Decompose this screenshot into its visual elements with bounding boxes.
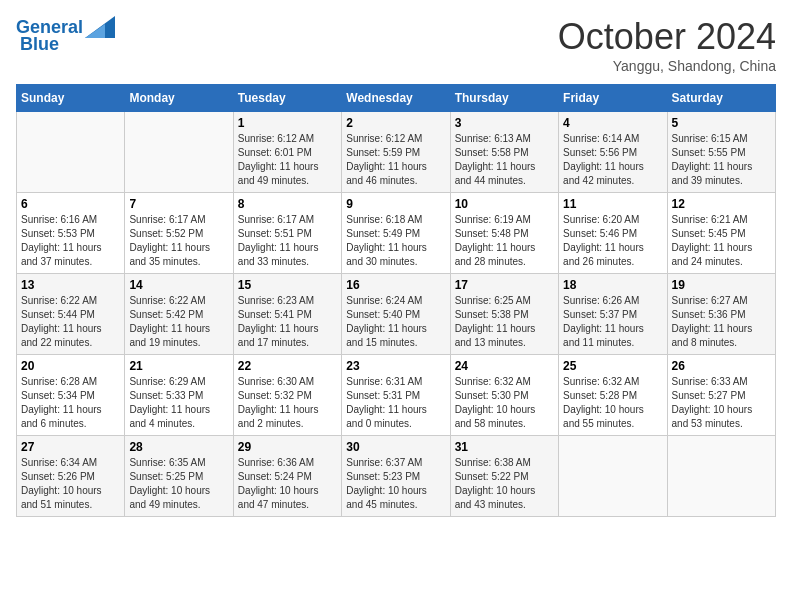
calendar-cell: 14Sunrise: 6:22 AM Sunset: 5:42 PM Dayli… [125, 274, 233, 355]
day-info: Sunrise: 6:37 AM Sunset: 5:23 PM Dayligh… [346, 456, 445, 512]
day-number: 10 [455, 197, 554, 211]
day-number: 2 [346, 116, 445, 130]
day-number: 29 [238, 440, 337, 454]
day-info: Sunrise: 6:36 AM Sunset: 5:24 PM Dayligh… [238, 456, 337, 512]
calendar-cell: 1Sunrise: 6:12 AM Sunset: 6:01 PM Daylig… [233, 112, 341, 193]
day-info: Sunrise: 6:12 AM Sunset: 6:01 PM Dayligh… [238, 132, 337, 188]
day-number: 16 [346, 278, 445, 292]
day-number: 28 [129, 440, 228, 454]
calendar-cell: 11Sunrise: 6:20 AM Sunset: 5:46 PM Dayli… [559, 193, 667, 274]
day-number: 30 [346, 440, 445, 454]
calendar-cell: 20Sunrise: 6:28 AM Sunset: 5:34 PM Dayli… [17, 355, 125, 436]
day-info: Sunrise: 6:18 AM Sunset: 5:49 PM Dayligh… [346, 213, 445, 269]
calendar-cell: 12Sunrise: 6:21 AM Sunset: 5:45 PM Dayli… [667, 193, 775, 274]
day-number: 7 [129, 197, 228, 211]
day-info: Sunrise: 6:24 AM Sunset: 5:40 PM Dayligh… [346, 294, 445, 350]
calendar-week-5: 27Sunrise: 6:34 AM Sunset: 5:26 PM Dayli… [17, 436, 776, 517]
day-number: 21 [129, 359, 228, 373]
day-number: 20 [21, 359, 120, 373]
day-number: 11 [563, 197, 662, 211]
calendar-header: SundayMondayTuesdayWednesdayThursdayFrid… [17, 85, 776, 112]
day-info: Sunrise: 6:27 AM Sunset: 5:36 PM Dayligh… [672, 294, 771, 350]
day-info: Sunrise: 6:29 AM Sunset: 5:33 PM Dayligh… [129, 375, 228, 431]
title-block: October 2024 Yanggu, Shandong, China [558, 16, 776, 74]
calendar-cell: 25Sunrise: 6:32 AM Sunset: 5:28 PM Dayli… [559, 355, 667, 436]
svg-marker-1 [85, 24, 105, 38]
header-cell-friday: Friday [559, 85, 667, 112]
day-info: Sunrise: 6:19 AM Sunset: 5:48 PM Dayligh… [455, 213, 554, 269]
header-cell-wednesday: Wednesday [342, 85, 450, 112]
day-info: Sunrise: 6:22 AM Sunset: 5:42 PM Dayligh… [129, 294, 228, 350]
calendar-cell: 29Sunrise: 6:36 AM Sunset: 5:24 PM Dayli… [233, 436, 341, 517]
header-cell-saturday: Saturday [667, 85, 775, 112]
day-info: Sunrise: 6:20 AM Sunset: 5:46 PM Dayligh… [563, 213, 662, 269]
day-info: Sunrise: 6:14 AM Sunset: 5:56 PM Dayligh… [563, 132, 662, 188]
calendar-cell [125, 112, 233, 193]
day-info: Sunrise: 6:13 AM Sunset: 5:58 PM Dayligh… [455, 132, 554, 188]
calendar-week-3: 13Sunrise: 6:22 AM Sunset: 5:44 PM Dayli… [17, 274, 776, 355]
calendar-cell: 28Sunrise: 6:35 AM Sunset: 5:25 PM Dayli… [125, 436, 233, 517]
calendar-cell: 21Sunrise: 6:29 AM Sunset: 5:33 PM Dayli… [125, 355, 233, 436]
header-row: SundayMondayTuesdayWednesdayThursdayFrid… [17, 85, 776, 112]
calendar-cell [559, 436, 667, 517]
calendar-cell: 4Sunrise: 6:14 AM Sunset: 5:56 PM Daylig… [559, 112, 667, 193]
day-number: 14 [129, 278, 228, 292]
day-info: Sunrise: 6:17 AM Sunset: 5:51 PM Dayligh… [238, 213, 337, 269]
calendar-cell [17, 112, 125, 193]
calendar-cell: 15Sunrise: 6:23 AM Sunset: 5:41 PM Dayli… [233, 274, 341, 355]
day-info: Sunrise: 6:16 AM Sunset: 5:53 PM Dayligh… [21, 213, 120, 269]
day-number: 26 [672, 359, 771, 373]
day-info: Sunrise: 6:21 AM Sunset: 5:45 PM Dayligh… [672, 213, 771, 269]
day-info: Sunrise: 6:32 AM Sunset: 5:30 PM Dayligh… [455, 375, 554, 431]
day-info: Sunrise: 6:28 AM Sunset: 5:34 PM Dayligh… [21, 375, 120, 431]
day-info: Sunrise: 6:32 AM Sunset: 5:28 PM Dayligh… [563, 375, 662, 431]
day-number: 22 [238, 359, 337, 373]
calendar-week-1: 1Sunrise: 6:12 AM Sunset: 6:01 PM Daylig… [17, 112, 776, 193]
calendar-cell: 13Sunrise: 6:22 AM Sunset: 5:44 PM Dayli… [17, 274, 125, 355]
calendar-cell: 16Sunrise: 6:24 AM Sunset: 5:40 PM Dayli… [342, 274, 450, 355]
header-cell-sunday: Sunday [17, 85, 125, 112]
day-info: Sunrise: 6:12 AM Sunset: 5:59 PM Dayligh… [346, 132, 445, 188]
calendar-cell: 9Sunrise: 6:18 AM Sunset: 5:49 PM Daylig… [342, 193, 450, 274]
calendar-cell: 8Sunrise: 6:17 AM Sunset: 5:51 PM Daylig… [233, 193, 341, 274]
calendar-cell: 31Sunrise: 6:38 AM Sunset: 5:22 PM Dayli… [450, 436, 558, 517]
calendar-cell: 23Sunrise: 6:31 AM Sunset: 5:31 PM Dayli… [342, 355, 450, 436]
calendar-cell: 19Sunrise: 6:27 AM Sunset: 5:36 PM Dayli… [667, 274, 775, 355]
logo-icon [85, 16, 115, 38]
day-number: 18 [563, 278, 662, 292]
day-info: Sunrise: 6:30 AM Sunset: 5:32 PM Dayligh… [238, 375, 337, 431]
calendar-cell: 22Sunrise: 6:30 AM Sunset: 5:32 PM Dayli… [233, 355, 341, 436]
day-number: 27 [21, 440, 120, 454]
day-number: 9 [346, 197, 445, 211]
day-info: Sunrise: 6:23 AM Sunset: 5:41 PM Dayligh… [238, 294, 337, 350]
day-number: 1 [238, 116, 337, 130]
day-info: Sunrise: 6:25 AM Sunset: 5:38 PM Dayligh… [455, 294, 554, 350]
day-number: 24 [455, 359, 554, 373]
calendar-cell: 18Sunrise: 6:26 AM Sunset: 5:37 PM Dayli… [559, 274, 667, 355]
location-subtitle: Yanggu, Shandong, China [558, 58, 776, 74]
calendar-body: 1Sunrise: 6:12 AM Sunset: 6:01 PM Daylig… [17, 112, 776, 517]
day-number: 5 [672, 116, 771, 130]
day-info: Sunrise: 6:33 AM Sunset: 5:27 PM Dayligh… [672, 375, 771, 431]
day-info: Sunrise: 6:17 AM Sunset: 5:52 PM Dayligh… [129, 213, 228, 269]
day-number: 4 [563, 116, 662, 130]
page-header: General Blue October 2024 Yanggu, Shando… [16, 16, 776, 74]
day-info: Sunrise: 6:26 AM Sunset: 5:37 PM Dayligh… [563, 294, 662, 350]
calendar-cell: 10Sunrise: 6:19 AM Sunset: 5:48 PM Dayli… [450, 193, 558, 274]
day-number: 15 [238, 278, 337, 292]
day-number: 25 [563, 359, 662, 373]
day-number: 8 [238, 197, 337, 211]
calendar-cell: 3Sunrise: 6:13 AM Sunset: 5:58 PM Daylig… [450, 112, 558, 193]
day-info: Sunrise: 6:35 AM Sunset: 5:25 PM Dayligh… [129, 456, 228, 512]
calendar-cell: 17Sunrise: 6:25 AM Sunset: 5:38 PM Dayli… [450, 274, 558, 355]
day-number: 23 [346, 359, 445, 373]
day-number: 6 [21, 197, 120, 211]
calendar-week-2: 6Sunrise: 6:16 AM Sunset: 5:53 PM Daylig… [17, 193, 776, 274]
calendar-cell: 5Sunrise: 6:15 AM Sunset: 5:55 PM Daylig… [667, 112, 775, 193]
calendar-cell: 24Sunrise: 6:32 AM Sunset: 5:30 PM Dayli… [450, 355, 558, 436]
day-info: Sunrise: 6:15 AM Sunset: 5:55 PM Dayligh… [672, 132, 771, 188]
day-info: Sunrise: 6:22 AM Sunset: 5:44 PM Dayligh… [21, 294, 120, 350]
calendar-cell: 2Sunrise: 6:12 AM Sunset: 5:59 PM Daylig… [342, 112, 450, 193]
day-info: Sunrise: 6:38 AM Sunset: 5:22 PM Dayligh… [455, 456, 554, 512]
calendar-cell: 26Sunrise: 6:33 AM Sunset: 5:27 PM Dayli… [667, 355, 775, 436]
